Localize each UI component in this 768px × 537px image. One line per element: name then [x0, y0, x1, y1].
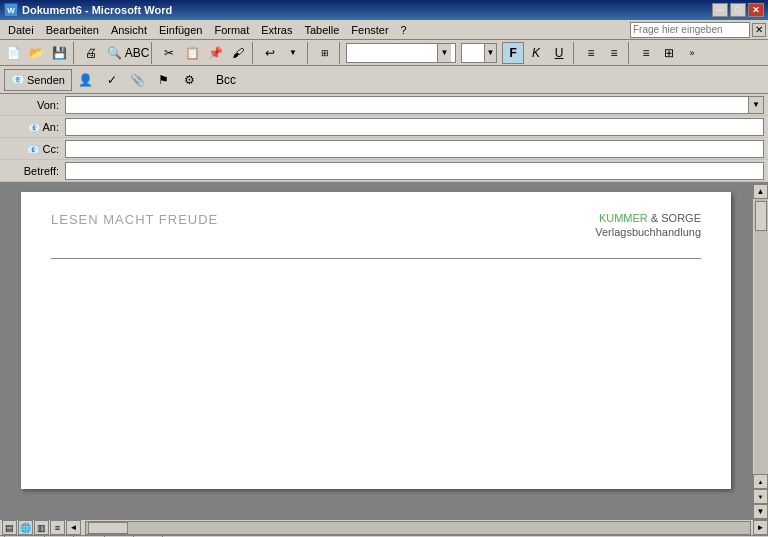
align-center-button[interactable]: ≡ — [603, 42, 625, 64]
h-scroll-thumb[interactable] — [88, 522, 128, 534]
scroll-down-button[interactable]: ▼ — [753, 504, 768, 519]
print-preview-button[interactable]: 🔍 — [103, 42, 125, 64]
page-body[interactable] — [51, 269, 701, 469]
cut-button[interactable]: ✂ — [158, 42, 180, 64]
scroll-up-button[interactable]: ▲ — [753, 184, 768, 199]
table-insert-button[interactable]: ⊞ — [658, 42, 680, 64]
print-view-button[interactable]: ▥ — [34, 520, 49, 535]
h-scroll-right-button[interactable]: ► — [753, 520, 768, 535]
window-title: Dokument6 - Microsoft Word — [22, 4, 172, 16]
menu-datei[interactable]: Datei — [2, 22, 40, 38]
menu-tabelle[interactable]: Tabelle — [298, 22, 345, 38]
font-name-input[interactable]: Arial — [347, 47, 437, 59]
cc-row: 📧 Cc: — [0, 138, 768, 160]
von-input-area[interactable]: office@kuso.com (KUSO) ▼ — [65, 96, 764, 114]
app-icon-letter: W — [7, 6, 15, 15]
betreff-row: Betreff: — [0, 160, 768, 182]
menu-search-area: ✕ — [630, 22, 766, 38]
h-scroll-track[interactable] — [85, 521, 751, 535]
scroll-thumb[interactable] — [755, 201, 767, 231]
restore-button[interactable]: □ — [730, 3, 746, 17]
bcc-label: Bcc — [216, 73, 236, 87]
web-view-button[interactable]: 🌐 — [18, 520, 33, 535]
an-input[interactable] — [65, 118, 764, 136]
search-input[interactable] — [630, 22, 750, 38]
font-size-input[interactable]: 12 — [462, 47, 484, 59]
close-button[interactable]: ✕ — [748, 3, 764, 17]
logo-kummer: KUMMER — [599, 212, 648, 224]
cc-label: 📧 Cc: — [0, 143, 65, 155]
scroll-track[interactable] — [754, 199, 768, 474]
h-scroll-left-button[interactable]: ◄ — [66, 520, 81, 535]
von-label: Von: — [0, 99, 65, 111]
format-painter-button[interactable]: 🖌 — [227, 42, 249, 64]
outline-view-button[interactable]: ≡ — [50, 520, 65, 535]
toolbar-sep-3 — [252, 42, 256, 64]
bold-button[interactable]: F — [502, 42, 524, 64]
betreff-label: Betreff: — [0, 165, 65, 177]
undo-dropdown[interactable]: ▼ — [282, 42, 304, 64]
font-size-dropdown[interactable]: 12 ▼ — [461, 43, 497, 63]
logo-sorge: SORGE — [661, 212, 701, 224]
normal-view-button[interactable]: ▤ — [2, 520, 17, 535]
address-book-button[interactable]: 👤 — [75, 69, 97, 91]
horizontal-scrollbar[interactable]: ▤ 🌐 ▥ ≡ ◄ ► — [0, 519, 768, 535]
options-button[interactable]: ⚙ — [179, 69, 201, 91]
font-name-arrow[interactable]: ▼ — [437, 44, 451, 62]
scroll-page-up[interactable]: ▲ — [753, 474, 768, 489]
send-icon: 📧 — [11, 73, 25, 86]
align-left-button[interactable]: ≡ — [580, 42, 602, 64]
spell-check-button[interactable]: ABC — [126, 42, 148, 64]
menu-einfuegen[interactable]: Einfügen — [153, 22, 208, 38]
bcc-button[interactable]: Bcc — [211, 69, 241, 91]
menu-fenster[interactable]: Fenster — [345, 22, 394, 38]
toolbar-sep-2 — [151, 42, 155, 64]
paste-button[interactable]: 📌 — [204, 42, 226, 64]
title-bar: W Dokument6 - Microsoft Word ─ □ ✕ — [0, 0, 768, 20]
scroll-page-down[interactable]: ▼ — [753, 489, 768, 504]
more-button[interactable]: » — [681, 42, 703, 64]
font-size-arrow[interactable]: ▼ — [484, 44, 496, 62]
von-input[interactable]: office@kuso.com (KUSO) — [65, 96, 748, 114]
document-page: LESEN MACHT FREUDE KUMMER & SORGE Verlag… — [21, 192, 731, 489]
menu-bar: Datei Bearbeiten Ansicht Einfügen Format… — [0, 20, 768, 40]
betreff-input[interactable] — [65, 162, 764, 180]
von-row: Von: office@kuso.com (KUSO) ▼ — [0, 94, 768, 116]
document-header: LESEN MACHT FREUDE KUMMER & SORGE Verlag… — [51, 212, 701, 238]
minimize-button[interactable]: ─ — [712, 3, 728, 17]
font-name-dropdown[interactable]: Arial ▼ — [346, 43, 456, 63]
insert-table-btn[interactable]: ⊞ — [314, 42, 336, 64]
logo-main: KUMMER & SORGE — [595, 212, 701, 224]
menu-format[interactable]: Format — [208, 22, 255, 38]
window-controls: ─ □ ✕ — [712, 3, 764, 17]
save-button[interactable]: 💾 — [48, 42, 70, 64]
menu-extras[interactable]: Extras — [255, 22, 298, 38]
email-toolbar: 📧 Senden 👤 ✓ 📎 ⚑ ⚙ Bcc — [0, 66, 768, 94]
von-arrow-icon[interactable]: ▼ — [748, 96, 764, 114]
menu-help[interactable]: ? — [395, 22, 413, 38]
attach-button[interactable]: 📎 — [127, 69, 149, 91]
send-label: Senden — [27, 74, 65, 86]
menu-ansicht[interactable]: Ansicht — [105, 22, 153, 38]
toolbar-sep-1 — [73, 42, 77, 64]
italic-button[interactable]: K — [525, 42, 547, 64]
undo-button[interactable]: ↩ — [259, 42, 281, 64]
underline-button[interactable]: U — [548, 42, 570, 64]
send-button[interactable]: 📧 Senden — [4, 69, 72, 91]
priority-button[interactable]: ⚑ — [153, 69, 175, 91]
toolbar-sep-7 — [628, 42, 632, 64]
new-button[interactable]: 📄 — [2, 42, 24, 64]
open-button[interactable]: 📂 — [25, 42, 47, 64]
vertical-scrollbar[interactable]: ▲ ▲ ▼ ▼ — [752, 184, 768, 519]
check-names-button[interactable]: ✓ — [101, 69, 123, 91]
app-icon: W — [4, 3, 18, 17]
list-button[interactable]: ≡ — [635, 42, 657, 64]
menu-bearbeiten[interactable]: Bearbeiten — [40, 22, 105, 38]
print-button[interactable]: 🖨 — [80, 42, 102, 64]
right-logo: KUMMER & SORGE Verlagsbuchhandlung — [595, 212, 701, 238]
h-scroll-right-buttons: ► — [753, 520, 768, 535]
cc-input[interactable] — [65, 140, 764, 158]
copy-button[interactable]: 📋 — [181, 42, 203, 64]
search-close-button[interactable]: ✕ — [752, 23, 766, 37]
document-scroll[interactable]: LESEN MACHT FREUDE KUMMER & SORGE Verlag… — [0, 184, 752, 519]
